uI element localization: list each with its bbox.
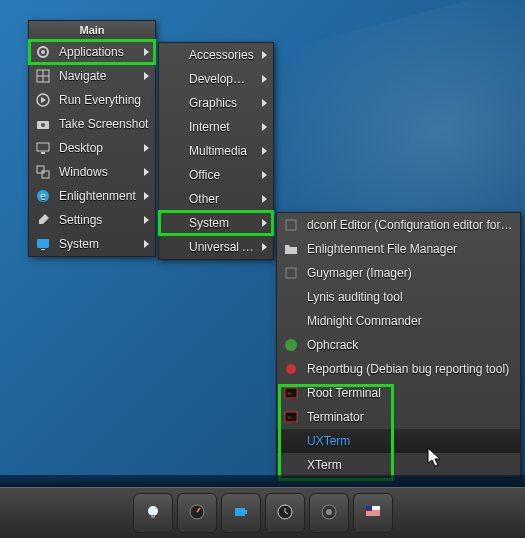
- bulb-icon: [145, 504, 161, 523]
- taskbar-flag[interactable]: [353, 493, 393, 533]
- gear-icon: [35, 44, 51, 60]
- svg-point-16: [285, 339, 297, 351]
- menu-item-label: XTerm: [307, 458, 514, 472]
- menu-item-label: dconf Editor (Configuration editor for d…: [307, 218, 514, 232]
- applications-item-internet[interactable]: Internet: [159, 115, 273, 139]
- run-icon: [35, 92, 51, 108]
- menu-item-label: System: [189, 216, 254, 230]
- menu-item-label: Navigate: [59, 69, 136, 83]
- menu-item-label: Terminator: [307, 410, 514, 424]
- submenu-arrow-icon: [144, 168, 149, 176]
- menu-item-label: Internet: [189, 120, 254, 134]
- svg-point-5: [41, 123, 45, 127]
- svg-rect-13: [41, 249, 45, 250]
- svg-rect-25: [235, 508, 245, 516]
- none-icon: [283, 457, 299, 473]
- system-item-midnight-commander[interactable]: Midnight Commander: [277, 309, 520, 333]
- system-item-lynis-auditing-tool[interactable]: Lynis auditing tool: [277, 285, 520, 309]
- submenu-arrow-icon: [262, 51, 267, 59]
- clock-icon: [277, 504, 293, 523]
- none-icon: [283, 433, 299, 449]
- main-menu-item-run-everything[interactable]: Run Everything: [29, 88, 155, 112]
- blank-icon: [165, 47, 181, 63]
- system-item-reportbug-debian-bug-reporting-tool[interactable]: Reportbug (Debian bug reporting tool): [277, 357, 520, 381]
- main-menu-item-settings[interactable]: Settings: [29, 208, 155, 232]
- system-item-xterm[interactable]: XTerm: [277, 453, 520, 477]
- applications-item-multimedia[interactable]: Multimedia: [159, 139, 273, 163]
- taskbar-clock[interactable]: [265, 493, 305, 533]
- taskbar-cpu[interactable]: [309, 493, 349, 533]
- applications-item-office[interactable]: Office: [159, 163, 273, 187]
- term-red-icon: >_: [283, 385, 299, 401]
- applications-submenu: AccessoriesDevelopmentGraphicsInternetMu…: [158, 42, 274, 260]
- main-menu-item-applications[interactable]: Applications: [29, 40, 155, 64]
- taskbar-gauge[interactable]: [177, 493, 217, 533]
- applications-item-accessories[interactable]: Accessories: [159, 43, 273, 67]
- taskbar-bulb[interactable]: [133, 493, 173, 533]
- svg-rect-31: [366, 506, 372, 511]
- blank-icon: [165, 95, 181, 111]
- e-icon: e: [35, 188, 51, 204]
- nav-icon: [35, 68, 51, 84]
- menu-item-label: Graphics: [189, 96, 254, 110]
- system-item-uxterm[interactable]: UXTerm: [277, 429, 520, 453]
- applications-item-universal-access[interactable]: Universal Access: [159, 235, 273, 259]
- system-item-ophcrack[interactable]: Ophcrack: [277, 333, 520, 357]
- svg-point-22: [148, 506, 158, 516]
- system-item-terminator[interactable]: >_Terminator: [277, 405, 520, 429]
- blank-icon: [165, 71, 181, 87]
- applications-item-system[interactable]: System: [159, 211, 273, 235]
- submenu-arrow-icon: [144, 216, 149, 224]
- menu-item-label: Office: [189, 168, 254, 182]
- none-icon: [283, 313, 299, 329]
- submenu-arrow-icon: [144, 192, 149, 200]
- reflection-strip: [0, 475, 525, 487]
- submenu-arrow-icon: [144, 240, 149, 248]
- svg-rect-9: [42, 171, 49, 178]
- main-menu-item-take-screenshot[interactable]: Take Screenshot: [29, 112, 155, 136]
- svg-rect-7: [41, 152, 45, 154]
- main-menu-item-windows[interactable]: Windows: [29, 160, 155, 184]
- blank-icon: [165, 239, 181, 255]
- submenu-arrow-icon: [144, 144, 149, 152]
- menu-item-label: Reportbug (Debian bug reporting tool): [307, 362, 514, 376]
- system-item-guymager-imager[interactable]: Guymager (Imager): [277, 261, 520, 285]
- svg-point-29: [326, 509, 332, 515]
- folder-icon: [283, 241, 299, 257]
- menu-item-label: Guymager (Imager): [307, 266, 514, 280]
- camera-icon: [35, 116, 51, 132]
- none-icon: [283, 289, 299, 305]
- menu-item-label: Desktop: [59, 141, 136, 155]
- submenu-arrow-icon: [262, 147, 267, 155]
- menu-item-label: Applications: [59, 45, 136, 59]
- menu-item-label: Lynis auditing tool: [307, 290, 514, 304]
- menu-item-label: Root Terminal: [307, 386, 514, 400]
- menu-item-label: Take Screenshot: [59, 117, 149, 131]
- main-menu-item-enlightenment[interactable]: eEnlightenment: [29, 184, 155, 208]
- menu-item-label: Settings: [59, 213, 136, 227]
- system-item-enlightenment-file-manager[interactable]: Enlightenment File Manager: [277, 237, 520, 261]
- applications-item-graphics[interactable]: Graphics: [159, 91, 273, 115]
- main-menu-title: Main: [29, 21, 155, 40]
- system-item-dconf-editor-configuration-editor-for-dconf[interactable]: dconf Editor (Configuration editor for d…: [277, 213, 520, 237]
- svg-rect-23: [151, 515, 155, 518]
- system-item-root-terminal[interactable]: >_Root Terminal: [277, 381, 520, 405]
- menu-item-label: Accessories: [189, 48, 254, 62]
- submenu-arrow-icon: [262, 195, 267, 203]
- main-menu-item-desktop[interactable]: Desktop: [29, 136, 155, 160]
- desktop-icon: [35, 140, 51, 156]
- menu-item-label: Ophcrack: [307, 338, 514, 352]
- main-menu-item-system[interactable]: System: [29, 232, 155, 256]
- blank-icon: [165, 215, 181, 231]
- bug-icon: [283, 361, 299, 377]
- blank-icon: [283, 265, 299, 281]
- system-submenu: dconf Editor (Configuration editor for d…: [276, 212, 521, 478]
- main-menu-item-navigate[interactable]: Navigate: [29, 64, 155, 88]
- taskbar-battery[interactable]: [221, 493, 261, 533]
- submenu-arrow-icon: [262, 219, 267, 227]
- applications-item-development[interactable]: Development: [159, 67, 273, 91]
- flag-icon: [365, 504, 381, 523]
- monitor-icon: [35, 236, 51, 252]
- applications-item-other[interactable]: Other: [159, 187, 273, 211]
- submenu-arrow-icon: [262, 99, 267, 107]
